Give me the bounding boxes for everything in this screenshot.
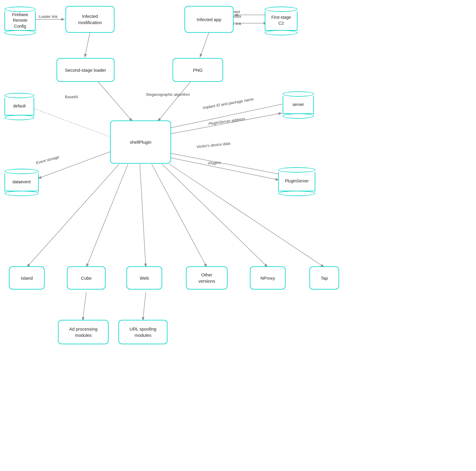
infected-app-node: Infected app: [184, 6, 234, 33]
svg-line-13: [170, 158, 279, 180]
loader-link-label: Loader link: [39, 14, 58, 19]
default-node: default: [4, 92, 34, 121]
cube-node: Cube: [67, 266, 106, 290]
infected-app-label: Infected app: [197, 16, 221, 23]
plugins-label: Plugins: [208, 160, 221, 166]
svg-line-19: [162, 164, 268, 267]
svg-line-7: [98, 82, 132, 121]
png-node: PNG: [173, 58, 223, 82]
other-versions-label: Otherversions: [198, 272, 215, 284]
second-stage-node: Second-stage loader: [57, 58, 115, 82]
pluginserver-node: PluginServer: [278, 167, 315, 196]
cube-label: Cube: [81, 275, 92, 281]
svg-line-4: [200, 33, 209, 57]
web-label: Web: [140, 275, 149, 281]
infected-mod-label: Infectedmodification: [78, 13, 102, 26]
server-node: server: [283, 91, 314, 119]
island-label: Island: [21, 275, 33, 281]
base64-label: Base64: [65, 95, 78, 99]
dataevent-label: dataevent: [12, 179, 31, 185]
tap-label: Tap: [321, 275, 328, 281]
first-stage-c2-label: First-stageC2: [271, 15, 291, 26]
diagram-container: Loader link Infectedapp data PNG link Ba…: [0, 0, 476, 471]
steganographic-label: Steganographic algorithm: [146, 92, 190, 97]
svg-line-21: [83, 292, 86, 321]
nproxy-label: NProxy: [260, 275, 275, 281]
first-stage-c2-node: First-stageC2: [265, 6, 298, 36]
url-spoofing-label: URL spoofingmodules: [129, 326, 156, 338]
svg-line-18: [152, 164, 207, 267]
server-label: server: [292, 102, 304, 108]
nproxy-node: NProxy: [250, 266, 286, 290]
url-spoofing-node: URL spoofingmodules: [118, 320, 167, 344]
other-versions-node: Otherversions: [186, 266, 228, 290]
svg-line-15: [27, 164, 119, 267]
ad-processing-node: Ad processingmodules: [58, 320, 109, 344]
plugin-server-addr-label: PluginServer address: [208, 116, 245, 126]
svg-line-14: [38, 152, 110, 179]
png-label: PNG: [193, 67, 203, 73]
second-stage-label: Second-stage loader: [65, 67, 106, 73]
ad-processing-label: Ad processingmodules: [69, 326, 97, 338]
svg-line-9: [34, 109, 110, 137]
svg-line-22: [143, 292, 146, 321]
svg-line-16: [86, 164, 128, 267]
tap-node: Tap: [309, 266, 339, 290]
event-storage-label: Event storage: [35, 155, 60, 165]
pluginserver-label: PluginServer: [285, 178, 309, 184]
infected-mod-node: Infectedmodification: [65, 6, 115, 33]
firebase-label: FirebaseRemoteConfig: [12, 12, 28, 29]
default-label: default: [13, 103, 26, 109]
shellplugin-label: shellPlugin: [130, 139, 151, 145]
svg-line-8: [158, 82, 190, 121]
svg-line-10: [170, 104, 282, 128]
victims-device-label: Victim's device data: [196, 141, 231, 149]
implant-id-label: Implant ID and package name: [202, 97, 254, 110]
svg-line-3: [85, 33, 90, 57]
web-node: Web: [126, 266, 162, 290]
island-node: Island: [9, 266, 45, 290]
svg-line-12: [170, 153, 279, 174]
firebase-node: FirebaseRemoteConfig: [4, 6, 36, 36]
shellplugin-node: shellPlugin: [110, 121, 171, 164]
dataevent-node: dataevent: [4, 168, 39, 196]
svg-line-17: [140, 164, 146, 267]
